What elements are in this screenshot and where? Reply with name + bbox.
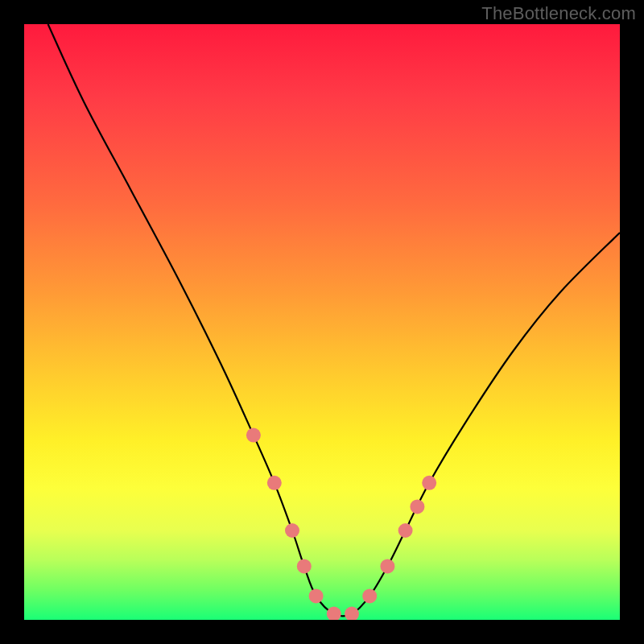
- highlight-dot: [362, 588, 377, 603]
- highlight-dot: [422, 476, 436, 490]
- highlight-dot: [398, 523, 413, 538]
- highlight-dot: [246, 428, 261, 443]
- highlight-dot: [309, 588, 324, 603]
- chart-frame: TheBottleneck.com: [0, 0, 644, 644]
- highlight-dot: [345, 607, 359, 620]
- highlight-dot: [297, 559, 312, 573]
- watermark-text: TheBottleneck.com: [481, 3, 636, 24]
- plot-area: [24, 24, 620, 620]
- curve-path: [48, 24, 620, 617]
- chart-svg: [24, 24, 620, 620]
- highlight-dot: [327, 607, 341, 620]
- highlight-dot: [410, 499, 424, 514]
- highlight-dots-group: [246, 428, 436, 620]
- highlight-dot: [380, 559, 394, 573]
- highlight-dot: [267, 476, 282, 490]
- highlight-dot: [285, 523, 299, 538]
